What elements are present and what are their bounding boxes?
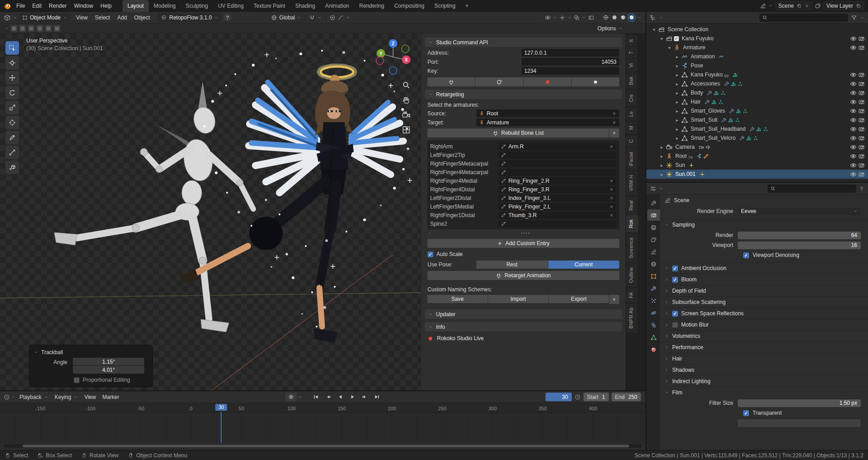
outliner-row[interactable]: ▸ Smart_Suit_Headband xyxy=(646,124,868,133)
target-armature-field[interactable]: Armature xyxy=(476,119,619,126)
sidebar-tab[interactable]: FA xyxy=(626,288,637,302)
scene-selector[interactable]: Scene xyxy=(775,1,812,10)
sidebar-tab[interactable]: Cre xyxy=(626,90,637,106)
eye-icon[interactable] xyxy=(850,171,857,178)
chevron-down-icon[interactable] xyxy=(553,15,557,20)
expand-toggle[interactable]: ▸ xyxy=(674,127,680,132)
help-button[interactable]: ? xyxy=(223,14,231,21)
auto-keying-button[interactable] xyxy=(285,393,297,401)
retargeting-header[interactable]: Retargeting xyxy=(425,90,622,99)
render-visibility-icon[interactable] xyxy=(858,126,865,133)
collection-visibility-toggle[interactable] xyxy=(10,25,18,32)
chevron-down-icon[interactable] xyxy=(13,15,17,20)
collection-visibility-toggle[interactable] xyxy=(45,25,52,32)
playhead-line[interactable] xyxy=(221,412,222,443)
target-bone-field[interactable]: Ring_Finger_2.R xyxy=(498,177,617,185)
render-visibility-icon[interactable] xyxy=(858,162,865,169)
outliner-search-input[interactable] xyxy=(759,14,848,22)
target-bone-field[interactable]: Index_Finger_3.L xyxy=(498,194,617,202)
number-field[interactable]: 64 xyxy=(738,232,861,239)
resize-grip[interactable] xyxy=(521,232,531,235)
chevron-down-icon[interactable] xyxy=(860,15,864,20)
shading-mode-button[interactable] xyxy=(611,14,618,21)
studio-command-api-header[interactable]: Studio Command API xyxy=(425,38,622,47)
naming-button[interactable]: Import xyxy=(488,295,548,303)
tool-button[interactable] xyxy=(5,41,19,55)
tool-button[interactable] xyxy=(5,146,19,159)
expand-toggle[interactable]: ▸ xyxy=(674,90,680,95)
grid-ortho-icon[interactable] xyxy=(402,125,411,134)
shading-mode-button[interactable] xyxy=(602,14,610,21)
chevron-down-icon[interactable] xyxy=(582,15,586,20)
sidebar-tab[interactable]: Vi xyxy=(626,59,637,72)
naming-button[interactable]: Save xyxy=(427,295,488,303)
workspace-tab[interactable]: UV Editing xyxy=(213,0,249,12)
clear-icon[interactable] xyxy=(612,111,617,116)
record-button[interactable] xyxy=(524,77,571,86)
sidebar-tab[interactable]: VRM H xyxy=(626,171,637,195)
chevron-down-icon[interactable] xyxy=(768,4,773,8)
eye-icon[interactable] xyxy=(850,126,857,133)
transport-button[interactable] xyxy=(323,393,334,401)
workspace-tab[interactable]: Scripting xyxy=(429,0,460,12)
property-panel-header[interactable]: Volumetrics xyxy=(660,330,868,341)
chevron-down-icon[interactable] xyxy=(659,15,664,20)
copy-icon[interactable] xyxy=(856,3,861,9)
sidebar-tab[interactable]: T xyxy=(626,47,637,58)
clear-icon[interactable] xyxy=(609,196,614,200)
view-layer-selector[interactable]: View Layer xyxy=(823,1,864,10)
panel-checkbox[interactable] xyxy=(672,266,678,271)
target-bone-field[interactable] xyxy=(498,220,617,228)
camera-obj-icon[interactable] xyxy=(402,110,411,119)
target-bone-field[interactable]: Arm.R xyxy=(498,143,617,150)
panel-checkbox[interactable] xyxy=(672,311,678,317)
outliner-row[interactable]: ▸ Sun xyxy=(646,161,868,170)
visibility-toggle-icon[interactable] xyxy=(545,14,551,21)
rebuild-bone-list-button[interactable]: Rebuild Bone List xyxy=(427,128,609,138)
expand-toggle[interactable]: ▸ xyxy=(659,172,664,177)
number-field[interactable]: 1.50 px xyxy=(738,399,861,407)
retarget-animation-button[interactable]: Retarget Animation xyxy=(427,271,619,280)
target-bone-field[interactable]: Pinky_Finger_2.L xyxy=(498,203,617,210)
workspace-tab[interactable]: Rendering xyxy=(354,0,389,12)
outliner-row[interactable]: ▾ Kana Fuyuko xyxy=(646,34,868,43)
property-panel-header[interactable]: Indirect Lighting xyxy=(660,375,868,387)
clear-icon[interactable] xyxy=(609,213,614,218)
target-bone-field[interactable] xyxy=(498,152,617,159)
options-button[interactable]: Options xyxy=(598,25,623,32)
properties-tab[interactable] xyxy=(647,319,660,331)
render-visibility-icon[interactable] xyxy=(858,71,865,78)
property-panel-header[interactable]: Performance xyxy=(660,341,868,353)
clear-bone-list-button[interactable] xyxy=(609,128,619,138)
viewport-denoising-checkbox[interactable] xyxy=(743,252,749,258)
blender-logo-icon[interactable] xyxy=(4,2,12,10)
menu-item[interactable]: Add xyxy=(114,12,130,24)
menu-item[interactable]: View xyxy=(72,12,91,24)
property-panel-header[interactable]: Depth of Field xyxy=(660,285,868,296)
render-visibility-icon[interactable] xyxy=(858,117,865,123)
close-icon[interactable] xyxy=(805,4,809,8)
scrollbar-thumb[interactable] xyxy=(23,445,629,447)
property-panel-header[interactable]: Hair xyxy=(660,353,868,364)
workspace-tab[interactable]: Shading xyxy=(290,0,320,12)
text-field[interactable]: 127.0.0.1 xyxy=(522,49,619,57)
add-custom-entry-button[interactable]: Add Custom Entry xyxy=(427,239,619,248)
menu-item[interactable]: Select xyxy=(91,12,114,24)
transport-button[interactable] xyxy=(347,393,358,401)
menu-item[interactable]: Keying xyxy=(52,391,81,403)
menu-item[interactable]: Window xyxy=(70,0,97,12)
render-visibility-icon[interactable] xyxy=(858,99,865,105)
transport-button[interactable] xyxy=(359,393,370,401)
chevron-down-icon[interactable] xyxy=(11,395,15,399)
text-field[interactable]: 14053 xyxy=(522,58,619,66)
outliner-row[interactable]: ▸ Hair xyxy=(646,97,868,106)
clear-icon[interactable] xyxy=(609,144,614,149)
expand-toggle[interactable]: ▸ xyxy=(674,118,680,123)
property-panel-header[interactable]: Subsurface Scattering xyxy=(660,296,868,308)
updater-header[interactable]: Updater xyxy=(425,309,622,319)
properties-tab[interactable] xyxy=(647,197,660,209)
pose-option-button[interactable]: Current xyxy=(548,261,620,269)
sidebar-tab[interactable]: It xyxy=(626,35,637,46)
tool-button[interactable] xyxy=(5,86,19,100)
search-icon[interactable] xyxy=(402,81,411,90)
